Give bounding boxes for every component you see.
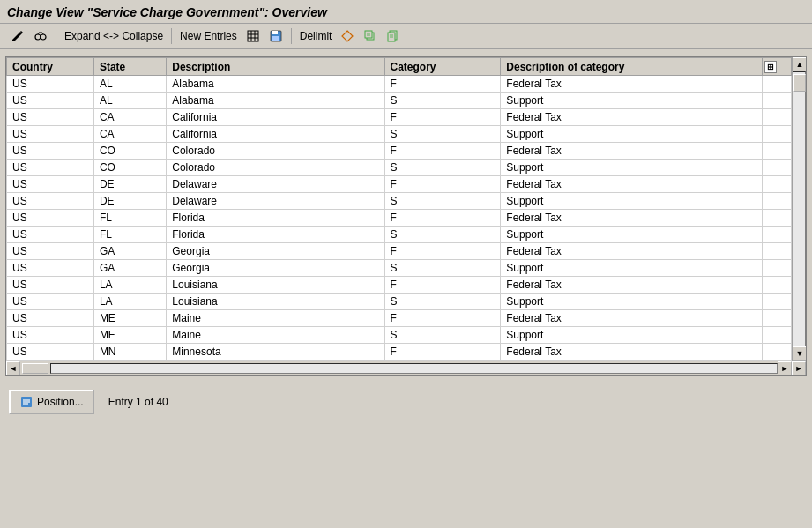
position-button[interactable]: Position... [9, 390, 94, 414]
table-row[interactable]: USMNMinnesotaFFederal Tax [7, 344, 792, 361]
table-row[interactable]: USGAGeorgiaFFederal Tax [7, 243, 792, 260]
scroll-up-button[interactable]: ▲ [793, 57, 807, 71]
scroll-left-button[interactable]: ◄ [6, 361, 20, 376]
svg-rect-9 [272, 31, 278, 34]
cell-category: S [384, 93, 501, 109]
scroll-down-button[interactable]: ▼ [793, 346, 807, 361]
col-header-state: State [93, 58, 166, 76]
cell-country: US [7, 260, 94, 277]
content-area: Country State Description Category [0, 49, 812, 383]
cell-desc_category: Support [501, 193, 763, 210]
table-row[interactable]: USCACaliforniaFFederal Tax [7, 109, 792, 126]
cell-category: F [384, 243, 501, 260]
cell-state: ME [93, 310, 166, 327]
table-row[interactable]: USLALouisianaSSupport [7, 294, 792, 310]
scroll-thumb[interactable] [793, 74, 806, 92]
table-row[interactable]: USGAGeorgiaSSupport [7, 260, 792, 277]
cell-extra [763, 344, 792, 361]
cell-desc_category: Support [501, 294, 763, 310]
cell-state: MN [93, 344, 166, 361]
cell-description: California [167, 126, 384, 143]
binoculars-button[interactable] [30, 27, 51, 45]
table-row[interactable]: USDEDelawareSSupport [7, 193, 792, 210]
col-settings-icon-header[interactable]: ⊞ [763, 58, 792, 76]
table-row[interactable]: USMEMaineFFederal Tax [7, 310, 792, 327]
save-icon [269, 29, 283, 43]
table-row[interactable]: USDEDelawareFFederal Tax [7, 176, 792, 193]
cell-category: F [384, 109, 501, 126]
scroll-right-2-button[interactable]: ► [792, 361, 806, 376]
cell-category: S [384, 160, 501, 176]
cell-category: F [384, 76, 501, 93]
cell-description: Alabama [167, 76, 384, 93]
cell-desc_category: Federal Tax [501, 109, 763, 126]
vertical-scrollbar[interactable]: ▲ ▼ [792, 57, 806, 361]
column-settings-icon[interactable]: ⊞ [764, 61, 777, 73]
cell-country: US [7, 76, 94, 93]
horizontal-scrollbar[interactable]: ◄ ► ► [6, 361, 806, 375]
cell-state: CA [93, 126, 166, 143]
table-row[interactable]: USFLFloridaFFederal Tax [7, 210, 792, 227]
cell-state: GA [93, 243, 166, 260]
toolbar: Expand <-> Collapse New Entries Deli [0, 24, 812, 49]
cell-state: GA [93, 260, 166, 277]
delimit-button[interactable]: Delimit [296, 28, 336, 44]
cell-state: FL [93, 210, 166, 227]
cell-description: Maine [167, 327, 384, 344]
cell-country: US [7, 277, 94, 294]
cell-state: LA [93, 277, 166, 294]
new-entries-button[interactable]: New Entries [176, 28, 241, 44]
cell-category: F [384, 210, 501, 227]
cell-country: US [7, 176, 94, 193]
cell-country: US [7, 126, 94, 143]
cell-category: S [384, 294, 501, 310]
table-row[interactable]: USCOColoradoFFederal Tax [7, 143, 792, 160]
table-row[interactable]: USCACaliforniaSSupport [7, 126, 792, 143]
cell-category: S [384, 227, 501, 243]
separator-2 [171, 28, 172, 44]
col-header-category: Category [384, 58, 501, 76]
cell-country: US [7, 210, 94, 227]
table-icon-button[interactable] [242, 27, 264, 45]
scroll-right-button[interactable]: ► [778, 361, 792, 376]
table-header-row: Country State Description Category [7, 58, 792, 76]
table-row[interactable]: USMEMaineSSupport [7, 327, 792, 344]
table-row[interactable]: USALAlabamaSSupport [7, 93, 792, 109]
delete-button[interactable] [383, 27, 404, 45]
cell-state: DE [93, 193, 166, 210]
table-row[interactable]: USALAlabamaFFederal Tax [7, 76, 792, 93]
cell-extra [763, 176, 792, 193]
cell-description: Maine [167, 310, 384, 327]
table-row[interactable]: USCOColoradoSSupport [7, 160, 792, 176]
cell-extra [763, 310, 792, 327]
cell-extra [763, 243, 792, 260]
cell-category: S [384, 327, 501, 344]
pencil-button[interactable] [7, 27, 28, 45]
table-row[interactable]: USLALouisianaFFederal Tax [7, 277, 792, 294]
cell-extra [763, 93, 792, 109]
cell-state: CO [93, 160, 166, 176]
cell-desc_category: Federal Tax [501, 143, 763, 160]
cell-extra [763, 143, 792, 160]
save-button[interactable] [265, 27, 287, 45]
cell-extra [763, 227, 792, 243]
cell-extra [763, 294, 792, 310]
table-row[interactable]: USFLFloridaSSupport [7, 227, 792, 243]
delimit-label: Delimit [300, 30, 332, 42]
diamond-button[interactable] [337, 27, 358, 45]
expand-collapse-button[interactable]: Expand <-> Collapse [61, 28, 167, 44]
cell-country: US [7, 327, 94, 344]
cell-desc_category: Support [501, 327, 763, 344]
cell-desc_category: Federal Tax [501, 243, 763, 260]
cell-description: Delaware [167, 193, 384, 210]
cell-country: US [7, 143, 94, 160]
cell-desc_category: Federal Tax [501, 210, 763, 227]
page-title: Change View "Service Charge Government":… [7, 5, 327, 19]
cell-category: F [384, 310, 501, 327]
cell-extra [763, 277, 792, 294]
copy-button[interactable] [360, 27, 381, 45]
cell-state: DE [93, 176, 166, 193]
cell-state: AL [93, 93, 166, 109]
separator-1 [56, 28, 56, 44]
cell-desc_category: Federal Tax [501, 344, 763, 361]
